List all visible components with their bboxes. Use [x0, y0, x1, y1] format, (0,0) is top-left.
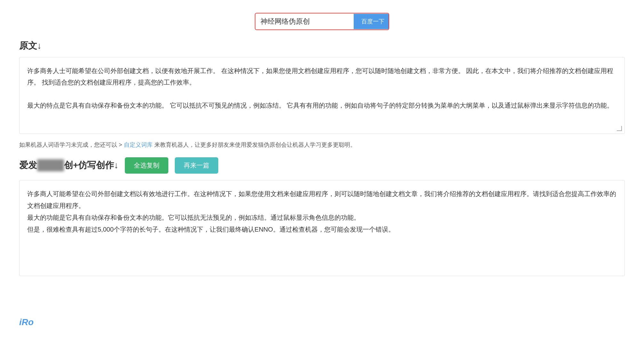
search-button[interactable]: 百度一下: [354, 14, 389, 29]
top-search-bar: 百度一下: [19, 13, 625, 30]
hint-prefix: 如果机器人词语学习未完成，您还可以 >: [19, 142, 124, 148]
result-text-box: 许多商人可能希望在公司外部创建文档以有效地进行工作。在这种情况下，如果您使用文档…: [19, 180, 625, 276]
logo: iRo: [19, 317, 34, 327]
next-article-button[interactable]: 再来一篇: [175, 157, 218, 174]
main-container: 百度一下 原文↓ 许多商务人士可能希望在公司外部创建文档，以便有效地开展工作。 …: [0, 0, 644, 337]
copy-all-button[interactable]: 全选复制: [125, 157, 168, 174]
original-text-box: 许多商务人士可能希望在公司外部创建文档，以便有效地开展工作。 在这种情况下，如果…: [19, 57, 625, 134]
original-text-content: 许多商务人士可能希望在公司外部创建文档，以便有效地开展工作。 在这种情况下，如果…: [27, 67, 613, 109]
result-section-title: 爱发猫伪原创+仿写创作↓: [19, 159, 118, 171]
result-header: 爱发猫伪原创+仿写创作↓ 全选复制 再来一篇: [19, 157, 625, 174]
custom-dict-link[interactable]: 自定义词库: [124, 142, 153, 148]
original-section-title: 原文↓: [19, 40, 625, 52]
result-title-blurred: 猫伪原: [37, 159, 64, 171]
result-text-content: 许多商人可能希望在公司外部创建文档以有效地进行工作。在这种情况下，如果您使用文档…: [27, 190, 616, 233]
result-title-part1: 爱发: [19, 160, 37, 170]
search-box-wrapper: 百度一下: [255, 13, 389, 30]
hint-suffix: 来教育机器人，让更多好朋友来使用爱发猫伪原创会让机器人学习更多更聪明。: [153, 142, 356, 148]
search-input[interactable]: [255, 13, 354, 29]
hint-text: 如果机器人词语学习未完成，您还可以 > 自定义词库 来教育机器人，让更多好朋友来…: [19, 140, 625, 150]
result-title-suffix: 创+仿写创作↓: [64, 160, 118, 170]
